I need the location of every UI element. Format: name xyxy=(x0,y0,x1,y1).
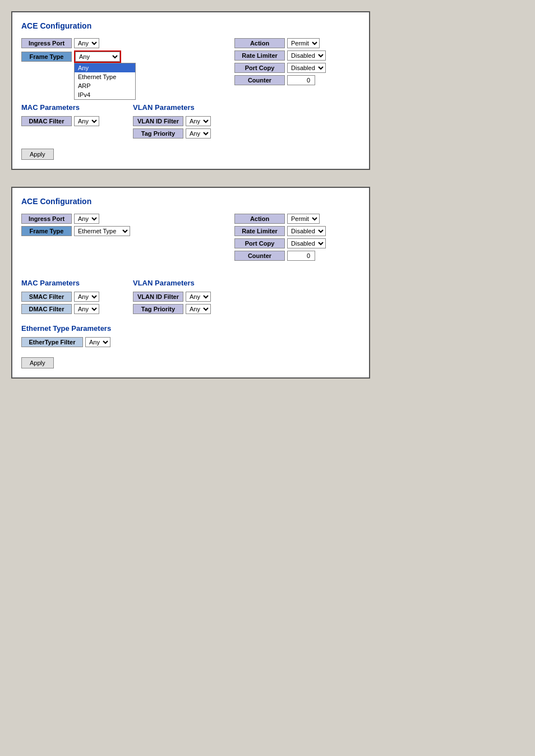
ingress-port-row: Ingress Port Any xyxy=(21,38,201,48)
dmac-filter-row: DMAC Filter Any xyxy=(21,116,99,126)
rate-limiter-row: Rate Limiter Disabled xyxy=(234,50,360,61)
vlan-id-filter-label: VLAN ID Filter xyxy=(133,116,183,126)
p2-dmac-filter-label: DMAC Filter xyxy=(21,304,72,314)
p2-dmac-filter-row: DMAC Filter Any xyxy=(21,304,99,314)
dmac-filter-select[interactable]: Any xyxy=(74,116,99,126)
panel1-mac-title: MAC Parameters xyxy=(21,103,99,112)
p2-action-select[interactable]: Permit xyxy=(287,214,320,224)
panel2-title: ACE Configuration xyxy=(21,197,360,206)
rate-limiter-select[interactable]: Disabled xyxy=(287,50,326,61)
panel1-params: MAC Parameters DMAC Filter Any VLAN Para… xyxy=(21,95,360,141)
p2-rate-limiter-select[interactable]: Disabled xyxy=(287,226,326,236)
p2-action-label: Action xyxy=(234,214,285,224)
tag-priority-label: Tag Priority xyxy=(133,128,183,139)
dropdown-option-arp[interactable]: ARP xyxy=(75,81,135,90)
panel1: ACE Configuration Ingress Port Any Frame… xyxy=(11,11,370,170)
vlan-id-filter-select[interactable]: Any xyxy=(186,116,211,126)
vlan-id-filter-row: VLAN ID Filter Any xyxy=(133,116,211,126)
frame-type-row: Frame Type Any Any Ethernet Type ARP IPv… xyxy=(21,50,201,63)
panel2-apply-button[interactable]: Apply xyxy=(21,357,54,368)
p2-port-copy-row: Port Copy Disabled xyxy=(234,238,360,248)
panel2-left: Ingress Port Any Frame Type Ethernet Typ… xyxy=(21,214,201,238)
counter-row: Counter 0 xyxy=(234,75,360,85)
p2-vlan-id-filter-label: VLAN ID Filter xyxy=(133,292,183,302)
panel2: ACE Configuration Ingress Port Any Frame… xyxy=(11,187,370,379)
panel2-mac-section: MAC Parameters SMAC Filter Any DMAC Filt… xyxy=(21,271,99,316)
p2-counter-row: Counter 0 xyxy=(234,251,360,261)
ethertype-filter-select[interactable]: Any xyxy=(85,337,110,347)
panel2-vlan-section: VLAN Parameters VLAN ID Filter Any Tag P… xyxy=(133,271,211,316)
panel1-vlan-section: VLAN Parameters VLAN ID Filter Any Tag P… xyxy=(133,95,211,141)
p2-vlan-id-filter-row: VLAN ID Filter Any xyxy=(133,292,211,302)
frame-type-select-wrapper: Any xyxy=(74,50,121,63)
p2-port-copy-label: Port Copy xyxy=(234,238,285,248)
counter-label: Counter xyxy=(234,75,285,85)
dropdown-option-ipv4[interactable]: IPv4 xyxy=(75,90,135,99)
panel1-apply-button[interactable]: Apply xyxy=(21,149,54,160)
tag-priority-row: Tag Priority Any xyxy=(133,128,211,139)
p2-tag-priority-row: Tag Priority Any xyxy=(133,304,211,314)
panel1-mac-section: MAC Parameters DMAC Filter Any xyxy=(21,95,99,141)
p2-frame-type-row: Frame Type Ethernet Type Any ARP IPv4 xyxy=(21,226,201,236)
panel2-vlan-title: VLAN Parameters xyxy=(133,279,211,287)
panel1-right: Action Permit Rate Limiter Disabled Port… xyxy=(234,38,360,87)
frame-type-dropdown: Any Ethernet Type ARP IPv4 xyxy=(74,63,136,100)
ethernet-type-section: Ethernet Type Parameters EtherType Filte… xyxy=(21,324,360,347)
action-label: Action xyxy=(234,38,285,48)
ethertype-filter-label: EtherType Filter xyxy=(21,337,83,347)
p2-smac-filter-label: SMAC Filter xyxy=(21,292,72,302)
p2-tag-priority-select[interactable]: Any xyxy=(186,304,211,314)
p2-ingress-port-select[interactable]: Any xyxy=(74,214,99,224)
frame-type-label: Frame Type xyxy=(21,52,72,62)
panel2-mac-title: MAC Parameters xyxy=(21,279,99,287)
tag-priority-select[interactable]: Any xyxy=(186,128,211,139)
port-copy-select[interactable]: Disabled xyxy=(287,63,326,73)
p2-frame-type-select[interactable]: Ethernet Type Any ARP IPv4 xyxy=(74,226,130,236)
port-copy-label: Port Copy xyxy=(234,63,285,73)
panel1-vlan-title: VLAN Parameters xyxy=(133,103,211,112)
rate-limiter-label: Rate Limiter xyxy=(234,50,285,61)
frame-type-dropdown-container: Any Any Ethernet Type ARP IPv4 xyxy=(74,50,121,63)
action-select[interactable]: Permit xyxy=(287,38,320,48)
p2-vlan-id-filter-select[interactable]: Any xyxy=(186,292,211,302)
panel1-title: ACE Configuration xyxy=(21,21,360,30)
dmac-filter-label: DMAC Filter xyxy=(21,116,72,126)
frame-type-select[interactable]: Any xyxy=(75,52,120,62)
ethernet-type-params-title: Ethernet Type Parameters xyxy=(21,324,360,333)
p2-ingress-port-row: Ingress Port Any xyxy=(21,214,201,224)
p2-smac-filter-row: SMAC Filter Any xyxy=(21,292,99,302)
panel2-params: MAC Parameters SMAC Filter Any DMAC Filt… xyxy=(21,271,360,316)
ingress-port-label: Ingress Port xyxy=(21,38,72,48)
p2-rate-limiter-label: Rate Limiter xyxy=(234,226,285,236)
p2-frame-type-label: Frame Type xyxy=(21,226,72,236)
p2-smac-filter-select[interactable]: Any xyxy=(74,292,99,302)
p2-port-copy-select[interactable]: Disabled xyxy=(287,238,326,248)
port-copy-row: Port Copy Disabled xyxy=(234,63,360,73)
p2-ingress-port-label: Ingress Port xyxy=(21,214,72,224)
dropdown-option-any[interactable]: Any xyxy=(75,63,135,72)
panel2-right: Action Permit Rate Limiter Disabled Port… xyxy=(234,214,360,263)
panel1-left: Ingress Port Any Frame Type Any Any xyxy=(21,38,201,65)
counter-value: 0 xyxy=(287,75,315,85)
dropdown-option-ethernet[interactable]: Ethernet Type xyxy=(75,72,135,81)
p2-tag-priority-label: Tag Priority xyxy=(133,304,183,314)
ethertype-filter-row: EtherType Filter Any xyxy=(21,337,360,347)
p2-counter-label: Counter xyxy=(234,251,285,261)
p2-rate-limiter-row: Rate Limiter Disabled xyxy=(234,226,360,236)
p2-action-row: Action Permit xyxy=(234,214,360,224)
p2-dmac-filter-select[interactable]: Any xyxy=(74,304,99,314)
ingress-port-select[interactable]: Any xyxy=(74,38,99,48)
p2-counter-value: 0 xyxy=(287,251,315,261)
action-row: Action Permit xyxy=(234,38,360,48)
